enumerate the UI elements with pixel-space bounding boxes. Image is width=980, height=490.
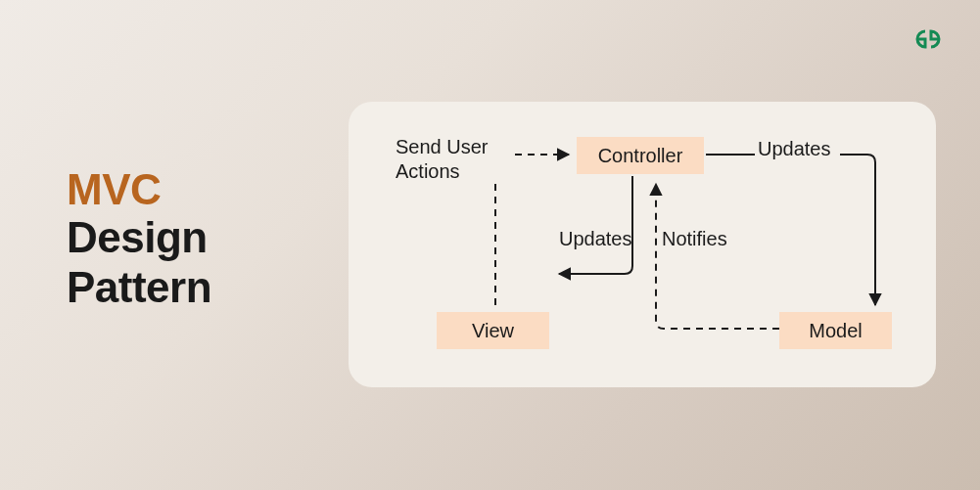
title-highlight: MVC <box>67 166 211 213</box>
gfg-logo <box>908 27 949 51</box>
diagram-panel: Controller View Model Send User Actions … <box>349 102 936 387</box>
node-view-label: View <box>472 320 514 342</box>
svg-line-2 <box>525 274 559 311</box>
node-model-label: Model <box>809 320 862 342</box>
edge-label-notifies: Notifies <box>662 227 727 251</box>
node-controller-label: Controller <box>598 145 683 167</box>
edge-label-updates-ctrl-view: Updates <box>559 227 632 251</box>
svg-line-4 <box>515 274 559 311</box>
node-view: View <box>437 312 549 349</box>
title-line2: Pattern <box>67 263 211 313</box>
page-title: MVC Design Pattern <box>67 166 211 313</box>
edge-label-updates-ctrl-model: Updates <box>758 137 831 161</box>
edge-label-send-user-actions: Send User Actions <box>396 135 542 184</box>
title-line1: Design <box>67 213 211 263</box>
node-model: Model <box>779 312 892 349</box>
node-controller: Controller <box>577 137 704 174</box>
